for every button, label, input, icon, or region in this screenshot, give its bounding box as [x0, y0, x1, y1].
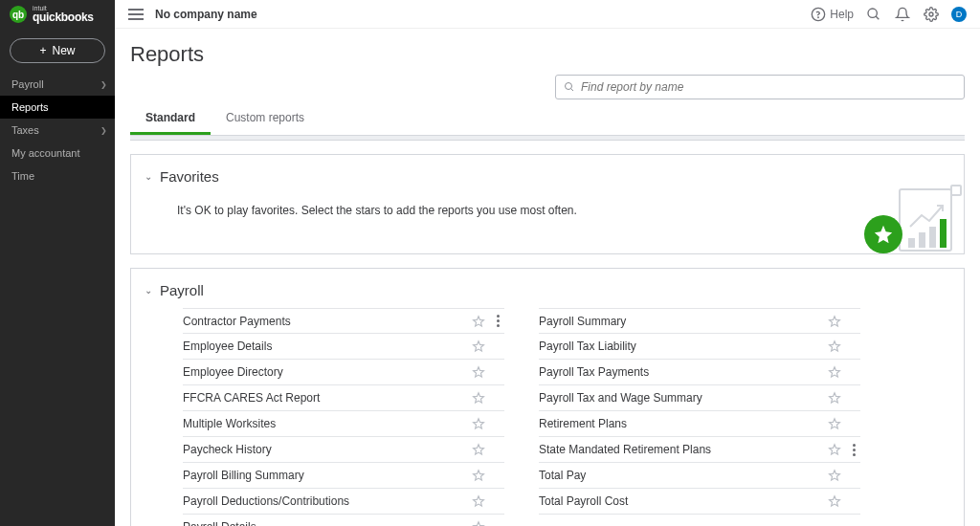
brand-logo: qb intuit quickbooks: [0, 0, 115, 29]
sidebar-item-label: Reports: [11, 101, 49, 113]
report-row: Payroll Tax Liability: [539, 334, 860, 360]
report-row: Payroll Tax and Wage Summary: [539, 385, 860, 411]
star-icon[interactable]: [472, 417, 485, 430]
star-icon[interactable]: [828, 443, 841, 456]
report-row: Total Pay: [539, 463, 860, 489]
report-link[interactable]: Contractor Payments: [183, 315, 472, 328]
svg-point-2: [868, 9, 877, 17]
svg-point-3: [929, 12, 933, 16]
report-row: Payroll Deductions/Contributions: [183, 489, 504, 515]
payroll-title: Payroll: [160, 282, 204, 298]
favorites-title: Favorites: [160, 168, 219, 185]
report-link[interactable]: FFCRA CARES Act Report: [183, 391, 472, 405]
report-link[interactable]: State Mandated Retirement Plans: [539, 443, 828, 456]
favorites-message: It's OK to play favorites. Select the st…: [177, 204, 950, 217]
tab-standard[interactable]: Standard: [130, 103, 211, 135]
star-icon[interactable]: [828, 469, 841, 482]
avatar[interactable]: D: [951, 7, 967, 22]
help-label: Help: [830, 8, 854, 21]
new-button-label: New: [53, 44, 76, 57]
star-icon[interactable]: [472, 494, 485, 508]
sidebar-item-label: Taxes: [11, 124, 39, 136]
chevron-right-icon: ❯: [100, 80, 107, 89]
payroll-card: ⌄ Payroll Contractor PaymentsEmployee De…: [130, 268, 965, 526]
star-icon[interactable]: [472, 365, 485, 379]
star-icon[interactable]: [828, 494, 841, 508]
section-divider: [130, 135, 965, 141]
tabs: StandardCustom reports: [130, 103, 965, 136]
sidebar-item-taxes[interactable]: Taxes❯: [0, 119, 115, 142]
star-icon[interactable]: [828, 365, 841, 379]
report-row: Total Payroll Cost: [539, 489, 860, 515]
report-link[interactable]: Retirement Plans: [539, 417, 828, 430]
report-row: FFCRA CARES Act Report: [183, 385, 504, 411]
report-row: Payroll Billing Summary: [183, 463, 504, 489]
report-row: Employee Details: [183, 334, 504, 360]
sidebar-item-time[interactable]: Time: [0, 164, 115, 187]
star-icon[interactable]: [472, 315, 485, 328]
help-link[interactable]: Help: [811, 7, 854, 22]
sidebar-item-my-accountant[interactable]: My accountant: [0, 142, 115, 164]
favorites-illustration: [864, 186, 960, 253]
star-icon[interactable]: [472, 469, 485, 482]
topbar: No company name Help D: [115, 0, 980, 29]
gear-icon[interactable]: [923, 6, 940, 23]
report-row: Employee Directory: [183, 360, 504, 385]
chevron-down-icon[interactable]: ⌄: [145, 285, 152, 296]
search-input[interactable]: [581, 80, 956, 94]
report-link[interactable]: Payroll Tax and Wage Summary: [539, 391, 828, 405]
sidebar-item-label: My accountant: [11, 147, 80, 159]
report-row: Payroll Tax Payments: [539, 360, 860, 385]
kebab-icon[interactable]: [847, 444, 860, 456]
report-row: Paycheck History: [183, 437, 504, 463]
report-link[interactable]: Multiple Worksites: [183, 417, 472, 430]
report-row: Retirement Plans: [539, 411, 860, 437]
sidebar: qb intuit quickbooks + New Payroll❯Repor…: [0, 0, 115, 526]
report-row: Payroll Summary: [539, 308, 860, 334]
plus-icon: +: [39, 44, 46, 57]
tab-custom-reports[interactable]: Custom reports: [211, 103, 320, 135]
report-link[interactable]: Total Pay: [539, 469, 828, 482]
report-link[interactable]: Payroll Tax Payments: [539, 365, 828, 379]
report-link[interactable]: Payroll Tax Liability: [539, 340, 828, 353]
star-icon[interactable]: [472, 340, 485, 353]
chevron-right-icon: ❯: [100, 126, 107, 135]
star-icon[interactable]: [472, 391, 485, 405]
search-box[interactable]: [555, 75, 965, 99]
report-link[interactable]: Employee Details: [183, 340, 472, 353]
report-link[interactable]: Payroll Summary: [539, 315, 828, 328]
star-icon[interactable]: [828, 315, 841, 328]
sidebar-item-reports[interactable]: Reports: [0, 96, 115, 119]
search-icon[interactable]: [865, 6, 882, 23]
brand-name: quickbooks: [33, 11, 94, 24]
chevron-down-icon[interactable]: ⌄: [145, 171, 152, 182]
company-name: No company name: [155, 8, 257, 21]
hamburger-icon[interactable]: [128, 9, 144, 20]
star-icon[interactable]: [472, 443, 485, 456]
sidebar-item-payroll[interactable]: Payroll❯: [0, 73, 115, 96]
favorites-card: ⌄ Favorites It's OK to play favorites. S…: [130, 154, 965, 254]
report-link[interactable]: Payroll Details: [183, 520, 472, 526]
kebab-icon[interactable]: [491, 315, 504, 327]
star-icon[interactable]: [828, 391, 841, 405]
page-title: Reports: [130, 42, 965, 67]
star-icon[interactable]: [472, 520, 485, 526]
sidebar-item-label: Time: [11, 170, 34, 182]
help-icon: [811, 7, 826, 22]
svg-point-4: [566, 83, 572, 90]
report-link[interactable]: Paycheck History: [183, 443, 472, 456]
report-row: Payroll Details: [183, 515, 504, 526]
search-icon-inline: [564, 81, 575, 93]
report-link[interactable]: Total Payroll Cost: [539, 494, 828, 508]
report-link[interactable]: Payroll Billing Summary: [183, 469, 472, 482]
star-icon[interactable]: [828, 340, 841, 353]
star-badge-icon: [864, 215, 902, 253]
report-link[interactable]: Payroll Deductions/Contributions: [183, 494, 472, 508]
notifications-icon[interactable]: [894, 6, 911, 23]
report-row: State Mandated Retirement Plans: [539, 437, 860, 463]
star-icon[interactable]: [828, 417, 841, 430]
report-link[interactable]: Employee Directory: [183, 365, 472, 379]
report-row: Contractor Payments: [183, 308, 504, 334]
sidebar-item-label: Payroll: [11, 78, 44, 90]
new-button[interactable]: + New: [10, 38, 105, 63]
